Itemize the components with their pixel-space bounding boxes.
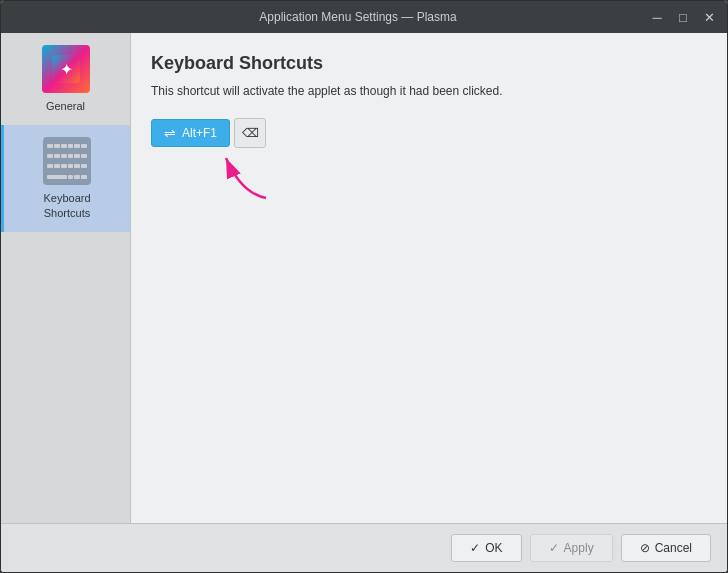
- shortcut-button[interactable]: ⇌ Alt+F1: [151, 119, 230, 147]
- close-button[interactable]: ✕: [699, 7, 719, 27]
- footer: ✓ OK ✓ Apply ⊘ Cancel: [1, 523, 727, 572]
- ok-check-icon: ✓: [470, 541, 480, 555]
- arrow-svg: [211, 148, 281, 208]
- sidebar-item-general[interactable]: ✦ General: [1, 33, 130, 125]
- ok-label: OK: [485, 541, 502, 555]
- main-panel: Keyboard Shortcuts This shortcut will ac…: [131, 33, 727, 523]
- cancel-button[interactable]: ⊘ Cancel: [621, 534, 711, 562]
- sidebar-keyboard-label: KeyboardShortcuts: [43, 191, 90, 220]
- shortcut-label: Alt+F1: [182, 126, 217, 140]
- shortcut-icon: ⇌: [164, 125, 176, 141]
- sidebar-item-keyboard-shortcuts[interactable]: KeyboardShortcuts: [1, 125, 130, 232]
- sidebar: ✦ General KeyboardShortcuts: [1, 33, 131, 523]
- sidebar-general-label: General: [46, 99, 85, 113]
- content-area: ✦ General KeyboardShortcuts: [1, 33, 727, 523]
- titlebar-controls: ─ □ ✕: [647, 7, 719, 27]
- titlebar: Application Menu Settings — Plasma ─ □ ✕: [1, 1, 727, 33]
- shortcut-row: ⇌ Alt+F1 ⌫: [151, 118, 707, 148]
- ok-button[interactable]: ✓ OK: [451, 534, 521, 562]
- keyboard-shortcuts-icon: [43, 137, 91, 185]
- apply-label: Apply: [564, 541, 594, 555]
- apply-button[interactable]: ✓ Apply: [530, 534, 613, 562]
- cancel-icon: ⊘: [640, 541, 650, 555]
- general-icon: ✦: [42, 45, 90, 93]
- clear-icon: ⌫: [242, 126, 259, 140]
- app-window: Application Menu Settings — Plasma ─ □ ✕: [0, 0, 728, 573]
- panel-title: Keyboard Shortcuts: [151, 53, 707, 74]
- panel-description: This shortcut will activate the applet a…: [151, 84, 707, 98]
- clear-shortcut-button[interactable]: ⌫: [234, 118, 266, 148]
- window-title: Application Menu Settings — Plasma: [69, 10, 647, 24]
- svg-text:✦: ✦: [59, 61, 72, 78]
- minimize-button[interactable]: ─: [647, 7, 667, 27]
- arrow-annotation: [211, 148, 281, 211]
- cancel-label: Cancel: [655, 541, 692, 555]
- apply-check-icon: ✓: [549, 541, 559, 555]
- maximize-button[interactable]: □: [673, 7, 693, 27]
